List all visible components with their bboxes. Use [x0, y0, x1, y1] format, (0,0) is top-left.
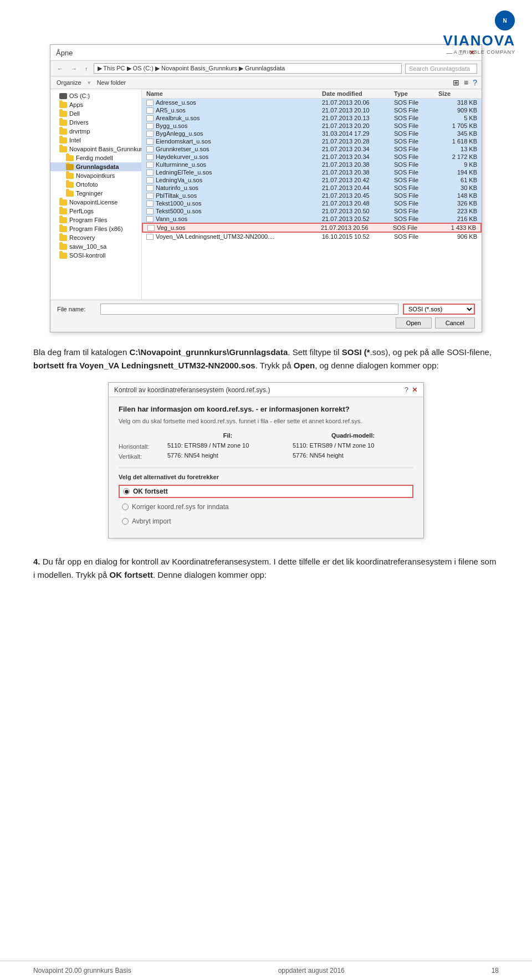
file-row[interactable]: BygAnlegg_u.sos31.03.2014 17.29SOS File3…: [142, 130, 482, 137]
file-name: Arealbruk_u.sos: [156, 115, 200, 121]
file-name-cell: BygAnlegg_u.sos: [146, 130, 322, 137]
sidebar-item-label: savw_100_sa: [69, 243, 106, 250]
file-name-cell: PblTiltak_u.sos: [146, 192, 322, 199]
sidebar-item-label: Program Files: [69, 217, 107, 223]
file-name-cell: LedningElTele_u.sos: [146, 169, 322, 176]
file-icon: [146, 177, 154, 183]
file-row[interactable]: Eiendomskart_u.sos21.07.2013 20.28SOS Fi…: [142, 137, 482, 145]
sidebar-item-label: SOSI-kontroll: [69, 252, 105, 259]
filetype-select[interactable]: SOSI (*.sos): [403, 304, 475, 315]
file-row[interactable]: Veg_u.sos21.07.2013 20.56SOS File1 433 K…: [142, 223, 482, 233]
file-size: 318 KB: [438, 99, 477, 106]
organize-button[interactable]: Organize: [55, 79, 83, 86]
file-icon: [146, 115, 154, 121]
filename-input[interactable]: [100, 304, 398, 315]
file-row[interactable]: LedningVa_u.sos21.07.2013 20.42SOS File6…: [142, 176, 482, 184]
sidebar-drive-item[interactable]: OS (C:): [50, 91, 141, 100]
sidebar-item-sosi[interactable]: SOSI-kontroll: [50, 251, 141, 260]
file-row[interactable]: Naturinfo_u.sos21.07.2013 20.44SOS File3…: [142, 184, 482, 192]
file-row[interactable]: Grunnkretser_u.sos21.07.2013 20.34SOS Fi…: [142, 145, 482, 153]
sidebar-item-novapointkurs[interactable]: Novapointkurs: [50, 171, 141, 180]
svg-text:N: N: [503, 18, 507, 24]
sidebar-drive-label: OS (C:): [69, 93, 90, 99]
file-row[interactable]: Tekst5000_u.sos21.07.2013 20.50SOS File2…: [142, 207, 482, 215]
sidebar-item-programfiles[interactable]: Program Files: [50, 216, 141, 224]
file-row[interactable]: Høydekurver_u.sos21.07.2013 20.34SOS Fil…: [142, 153, 482, 161]
file-row[interactable]: PblTiltak_u.sos21.07.2013 20.45SOS File1…: [142, 192, 482, 199]
sidebar-item-drvrtmp[interactable]: drvrtmp: [50, 127, 141, 136]
file-row[interactable]: Voyen_VA Ledningsnett_UTM32-NN2000....16…: [142, 233, 482, 240]
folder-icon: [59, 120, 67, 126]
file-type: SOS File: [394, 233, 438, 240]
sidebar-item-novapointlicense[interactable]: NovapointLicense: [50, 198, 141, 207]
file-type: SOS File: [394, 146, 438, 152]
dialog-titlebar: Åpne — □ ✕: [50, 45, 482, 61]
file-row[interactable]: Kulturminne_u.sos21.07.2013 20.38SOS Fil…: [142, 161, 482, 168]
sidebar-item-drivers[interactable]: Drivers: [50, 118, 141, 127]
file-date: 21.07.2013 20.13: [322, 115, 394, 121]
section4-ok: OK fortsett: [110, 570, 153, 579]
text-og-pek: , og pek på alle SOSI-filene,: [388, 347, 492, 357]
sidebar-item-savw[interactable]: savw_100_sa: [50, 242, 141, 251]
koord-option-1[interactable]: Korriger koord.ref.sys for inndata: [119, 501, 413, 512]
search-bar[interactable]: Search Grunnlagsdata: [405, 64, 477, 74]
sidebar-item-recovery[interactable]: Recovery: [50, 233, 141, 242]
file-row[interactable]: Vann_u.sos21.07.2013 20.52SOS File216 KB: [142, 215, 482, 223]
file-icon: [146, 146, 154, 152]
sidebar-item-intel[interactable]: Intel: [50, 136, 141, 145]
cancel-button[interactable]: Cancel: [435, 317, 475, 329]
koord-body: Filen har informasjon om koord.ref.sys. …: [109, 397, 423, 538]
koord-empty-cell: [119, 432, 163, 440]
sidebar-item-perflogs[interactable]: PerfLogs: [50, 207, 141, 216]
file-type: SOS File: [394, 200, 438, 207]
back-button[interactable]: ←: [55, 65, 65, 73]
file-row[interactable]: AR5_u.sos21.07.2013 20.10SOS File909 KB: [142, 106, 482, 114]
breadcrumb-bar[interactable]: ▶ This PC ▶ OS (C:) ▶ Novapoint Basis_Gr…: [94, 63, 402, 74]
file-row[interactable]: LedningElTele_u.sos21.07.2013 20.38SOS F…: [142, 168, 482, 176]
file-icon: [146, 138, 154, 145]
file-icon: [146, 123, 154, 129]
sidebar-item-programfilesx86[interactable]: Program Files (x86): [50, 224, 141, 233]
text-sos-ext: .sos): [370, 347, 388, 357]
koord-titlebar: Kontroll av koordinatreferansesystem (ko…: [109, 383, 423, 397]
text-voyen: bortsett fra Voyen_VA Ledningsnett_UTM32…: [33, 361, 255, 370]
sidebar-item-grunnlagsdata[interactable]: Grunnlagsdata: [50, 162, 141, 171]
text-sett: . Sett filtype til: [288, 347, 342, 357]
file-date: 31.03.2014 17.29: [322, 130, 394, 137]
new-folder-button[interactable]: New folder: [95, 79, 128, 86]
file-icon: [146, 100, 154, 106]
folder-icon: [66, 182, 74, 188]
sidebar-item-apps[interactable]: Apps: [50, 100, 141, 109]
koord-option-2[interactable]: Avbryt import: [119, 516, 413, 527]
text-path: C:\Novapoint_grunnkurs\Grunnlagsdata: [129, 347, 288, 357]
koord-close-button[interactable]: ✕: [412, 386, 418, 394]
koord-help-icon[interactable]: ?: [405, 386, 408, 394]
koord-title: Kontroll av koordinatreferansesystem (ko…: [114, 386, 270, 394]
up-button[interactable]: ↑: [83, 65, 90, 73]
file-size: 148 KB: [438, 192, 477, 199]
folder-icon: [59, 137, 67, 143]
dialog-sidebar: OS (C:) Apps Dell Drivers drvrtmp: [50, 89, 142, 300]
file-row[interactable]: Bygg_u.sos21.07.2013 20.20SOS File1 705 …: [142, 122, 482, 130]
sidebar-item-dell[interactable]: Dell: [50, 109, 141, 118]
file-row[interactable]: Arealbruk_u.sos21.07.2013 20.13SOS File5…: [142, 114, 482, 122]
koord-option-0[interactable]: OK fortsett: [119, 485, 413, 498]
file-name-cell: Naturinfo_u.sos: [146, 184, 322, 191]
help-icon[interactable]: ?: [473, 78, 477, 87]
col-name: Name: [146, 90, 322, 97]
file-size: 345 KB: [438, 130, 477, 137]
sidebar-item-ortofoto[interactable]: Ortofoto: [50, 180, 141, 189]
file-row[interactable]: Adresse_u.sos21.07.2013 20.06SOS File318…: [142, 99, 482, 106]
forward-button[interactable]: →: [69, 65, 79, 73]
details-icon[interactable]: ≡: [464, 78, 468, 87]
sidebar-item-novapoint[interactable]: Novapoint Basis_Grunnkur: [50, 145, 141, 153]
koord-divider: [119, 468, 413, 468]
sidebar-item-label: Drivers: [69, 119, 89, 126]
sidebar-item-ferdig[interactable]: Ferdig modell: [50, 153, 141, 162]
view-icon[interactable]: ⊞: [453, 78, 459, 87]
sidebar-item-tegninger[interactable]: Tegninger: [50, 189, 141, 198]
footer-center: oppdatert august 2016: [278, 967, 345, 974]
open-button[interactable]: Open: [396, 317, 432, 329]
folder-icon: [66, 164, 74, 170]
file-row[interactable]: Tekst1000_u.sos21.07.2013 20.48SOS File3…: [142, 199, 482, 207]
